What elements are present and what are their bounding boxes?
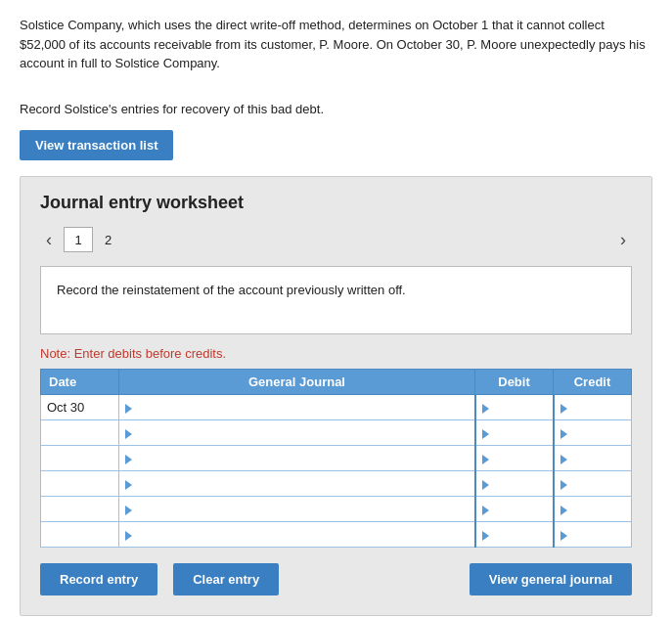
debit-triangle-icon (482, 480, 489, 490)
instruction-text: Record the reinstatement of the account … (57, 283, 406, 297)
debit-cell-5[interactable] (475, 522, 554, 548)
triangle-icon (125, 531, 132, 541)
gj-cell-2[interactable] (119, 446, 475, 471)
intro-paragraph2: Record Solstice's entries for recovery o… (20, 100, 652, 119)
debit-triangle-icon (482, 531, 489, 541)
triangle-icon (125, 404, 132, 414)
table-row (41, 522, 632, 548)
pagination-row: ‹ 1 2 › (40, 227, 632, 252)
col-header-gj: General Journal (119, 370, 475, 395)
triangle-icon (125, 480, 132, 490)
credit-cell-5[interactable] (554, 522, 632, 548)
credit-triangle-icon (560, 429, 567, 439)
gj-cell-5[interactable] (119, 522, 475, 548)
instruction-box: Record the reinstatement of the account … (40, 266, 632, 334)
date-cell-4[interactable] (41, 497, 119, 522)
gj-cell-3[interactable] (119, 471, 475, 497)
intro-paragraph1: Solstice Company, which uses the direct … (20, 16, 652, 73)
credit-cell-0[interactable] (554, 395, 632, 420)
col-header-date: Date (41, 370, 119, 395)
col-header-debit: Debit (475, 370, 554, 395)
note-text: Note: Enter debits before credits. (40, 346, 632, 361)
debit-cell-1[interactable] (475, 420, 554, 446)
debit-triangle-icon (482, 506, 489, 515)
credit-triangle-icon (560, 455, 567, 464)
view-general-journal-button[interactable]: View general journal (470, 563, 632, 595)
table-row (41, 471, 632, 497)
credit-triangle-icon (560, 480, 567, 490)
debit-cell-3[interactable] (475, 471, 554, 497)
triangle-icon (125, 429, 132, 439)
gj-cell-1[interactable] (119, 420, 475, 446)
triangle-icon (125, 506, 132, 515)
journal-table: Date General Journal Debit Credit Oct 30 (40, 369, 632, 548)
debit-cell-2[interactable] (475, 446, 554, 471)
credit-cell-4[interactable] (554, 497, 632, 522)
table-row (41, 446, 632, 471)
date-cell-1[interactable] (41, 420, 119, 446)
debit-cell-4[interactable] (475, 497, 554, 522)
debit-triangle-icon (482, 455, 489, 464)
record-entry-button[interactable]: Record entry (40, 563, 157, 595)
credit-cell-2[interactable] (554, 446, 632, 471)
debit-triangle-icon (482, 404, 489, 414)
prev-page-button[interactable]: ‹ (40, 228, 58, 252)
action-buttons-row: Record entry Clear entry View general jo… (40, 563, 632, 595)
table-row (41, 497, 632, 522)
view-transaction-button[interactable]: View transaction list (20, 130, 173, 160)
gj-cell-4[interactable] (119, 497, 475, 522)
date-cell-5[interactable] (41, 522, 119, 548)
debit-triangle-icon (482, 429, 489, 439)
date-cell-2[interactable] (41, 446, 119, 471)
date-cell-3[interactable] (41, 471, 119, 497)
credit-cell-1[interactable] (554, 420, 632, 446)
triangle-icon (125, 455, 132, 464)
debit-cell-0[interactable] (475, 395, 554, 420)
credit-triangle-icon (560, 506, 567, 515)
clear-entry-button[interactable]: Clear entry (173, 563, 279, 595)
worksheet-title: Journal entry worksheet (40, 193, 632, 213)
credit-triangle-icon (560, 404, 567, 414)
credit-cell-3[interactable] (554, 471, 632, 497)
current-page: 1 (64, 227, 93, 252)
gj-cell-0[interactable] (119, 395, 475, 420)
col-header-credit: Credit (554, 370, 632, 395)
page-2-label: 2 (105, 233, 112, 247)
table-row: Oct 30 (41, 395, 632, 420)
worksheet-container: Journal entry worksheet ‹ 1 2 › Record t… (20, 176, 652, 616)
table-row (41, 420, 632, 446)
date-cell-0[interactable]: Oct 30 (41, 395, 119, 420)
credit-triangle-icon (560, 531, 567, 541)
next-page-button[interactable]: › (614, 228, 632, 252)
